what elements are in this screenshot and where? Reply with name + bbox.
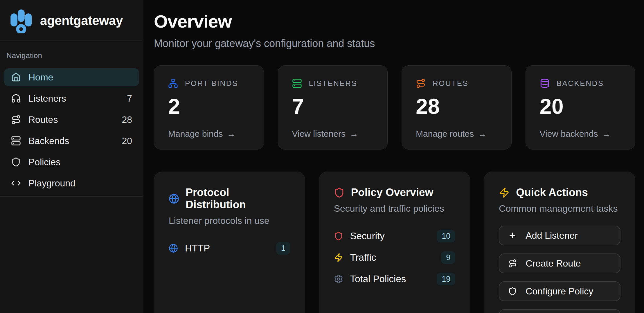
sidebar-item-count: 20 [122, 136, 132, 146]
policy-row-total: Total Policies 19 [334, 272, 456, 286]
card-subtitle: Listener protocols in use [169, 215, 290, 226]
globe-icon [169, 244, 178, 253]
stat-label: ROUTES [433, 79, 468, 88]
configure-policy-button[interactable]: Configure Policy [499, 281, 620, 301]
count-badge: 1 [276, 242, 290, 255]
create-route-button[interactable]: Create Route [499, 253, 620, 273]
headphones-icon [11, 93, 21, 103]
globe-icon [169, 193, 179, 204]
add-listener-button[interactable]: Add Listener [499, 226, 620, 245]
protocol-distribution-card: Protocol Distribution Listener protocols… [154, 172, 305, 313]
stat-value: 2 [168, 96, 250, 117]
sidebar-item-backends[interactable]: Backends 20 [4, 132, 139, 150]
sidebar-item-count: 28 [122, 114, 132, 125]
stat-value: 20 [540, 96, 621, 117]
network-icon [168, 78, 178, 88]
brand-header: agentgateway [0, 0, 143, 41]
protocol-label: HTTP [185, 243, 210, 254]
sidebar-item-listeners[interactable]: Listeners 7 [4, 89, 139, 107]
sidebar-item-label: Routes [28, 114, 58, 125]
sidebar-item-label: Policies [28, 157, 60, 168]
brand-name: agentgateway [40, 13, 123, 28]
count-badge: 19 [437, 273, 455, 285]
quick-actions-card: Quick Actions Common management tasks Ad… [484, 172, 635, 313]
stats-row: PORT BINDS 2 Manage binds → LISTENERS 7 … [154, 65, 635, 150]
action-button-label: Configure Policy [526, 286, 593, 297]
sidebar-item-label: Backends [28, 136, 69, 146]
card-title: Protocol Distribution [186, 186, 290, 211]
page-title: Overview [154, 11, 635, 32]
sidebar-item-policies[interactable]: Policies [4, 153, 139, 171]
sidebar-item-label: Listeners [28, 93, 66, 104]
action-button-label: Create Route [526, 258, 581, 269]
policy-row-security: Security 10 [334, 229, 456, 243]
sidebar-item-label: Playground [28, 178, 75, 189]
sidebar-nav: Navigation Home Listeners 7 Routes 28 Ba… [0, 41, 143, 197]
card-subtitle: Security and traffic policies [334, 203, 456, 214]
arrow-right-icon: → [227, 129, 235, 139]
sidebar-item-routes[interactable]: Routes 28 [4, 111, 139, 129]
shield-icon [508, 287, 517, 296]
database-icon [540, 78, 550, 88]
shield-icon [334, 231, 343, 241]
stat-label: PORT BINDS [185, 79, 238, 88]
stat-link-label: Manage binds [168, 129, 223, 139]
stat-link-label: View backends [540, 129, 598, 139]
route-icon [11, 115, 21, 125]
zap-icon [499, 187, 510, 198]
policy-row-traffic: Traffic 9 [334, 251, 456, 265]
sidebar-item-home[interactable]: Home [4, 68, 139, 86]
stat-card-listeners: LISTENERS 7 View listeners → [278, 65, 388, 150]
policy-label: Total Policies [350, 274, 406, 285]
view-backends-link[interactable]: View backends → [540, 129, 621, 139]
stat-card-routes: ROUTES 28 Manage routes → [402, 65, 512, 150]
sidebar-item-playground[interactable]: Playground [4, 174, 139, 192]
sidebar-item-count: 7 [127, 93, 132, 104]
stat-label: BACKENDS [557, 79, 604, 88]
card-title: Policy Overview [351, 186, 433, 199]
server-icon [11, 136, 21, 146]
policy-label: Security [350, 231, 385, 242]
house-icon [11, 72, 21, 82]
route-icon [508, 259, 517, 268]
arrow-right-icon: → [602, 129, 611, 139]
zap-icon [334, 253, 343, 262]
sidebar: agentgateway Navigation Home Listeners 7… [0, 0, 143, 313]
stat-link-label: View listeners [292, 129, 346, 139]
policy-label: Traffic [350, 252, 376, 263]
arrow-right-icon: → [350, 129, 358, 139]
manage-routes-link[interactable]: Manage routes → [416, 129, 497, 139]
stat-value: 28 [416, 96, 497, 117]
plus-icon [508, 231, 517, 240]
main-content: Overview Monitor your gateway's configur… [144, 0, 644, 313]
route-icon [416, 78, 426, 88]
manage-binds-link[interactable]: Manage binds → [168, 129, 250, 139]
card-subtitle: Common management tasks [499, 203, 620, 214]
card-title: Quick Actions [516, 186, 588, 199]
stat-value: 7 [292, 96, 374, 117]
sidebar-divider [0, 196, 143, 197]
stat-card-backends: BACKENDS 20 View backends → [526, 65, 636, 150]
count-badge: 10 [437, 230, 455, 242]
protocol-row-http: HTTP 1 [169, 241, 290, 255]
policy-overview-card: Policy Overview Security and traffic pol… [319, 172, 470, 313]
stat-card-port-binds: PORT BINDS 2 Manage binds → [154, 65, 264, 150]
sidebar-item-label: Home [28, 72, 53, 83]
stat-label: LISTENERS [309, 79, 357, 88]
stat-link-label: Manage routes [416, 129, 474, 139]
nav-section-label: Navigation [6, 51, 139, 60]
server-icon [292, 78, 302, 88]
view-listeners-link[interactable]: View listeners → [292, 129, 374, 139]
count-badge: 9 [441, 251, 455, 264]
page-subtitle: Monitor your gateway's configuration and… [154, 37, 635, 50]
action-button-partial[interactable] [499, 309, 620, 313]
action-button-label: Add Listener [526, 230, 578, 241]
arrow-right-icon: → [478, 129, 487, 139]
shield-icon [334, 187, 345, 198]
agentgateway-logo-icon [8, 8, 34, 33]
code-icon [11, 178, 21, 188]
gear-icon [334, 274, 343, 284]
detail-cards-row: Protocol Distribution Listener protocols… [154, 172, 635, 313]
shield-icon [11, 157, 21, 167]
